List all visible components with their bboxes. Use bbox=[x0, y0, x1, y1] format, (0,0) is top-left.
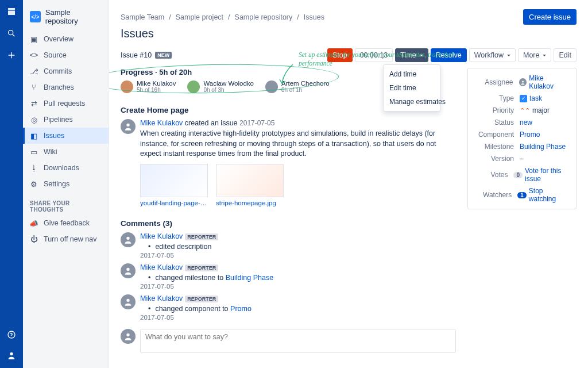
attachment[interactable]: stripe-homepage.jpg bbox=[216, 164, 284, 206]
profile-icon[interactable] bbox=[6, 350, 17, 361]
attachment-thumbnail bbox=[216, 164, 284, 197]
avatar bbox=[121, 232, 136, 247]
comments-heading: Comments (3) bbox=[121, 219, 456, 228]
breadcrumb: Sample Team/ Sample project/ Sample repo… bbox=[121, 13, 324, 21]
avatar bbox=[121, 294, 136, 309]
avatar bbox=[265, 80, 278, 93]
sidebar-item-source[interactable]: <>Source bbox=[23, 47, 109, 63]
avatar bbox=[121, 80, 133, 93]
megaphone-icon: 📣 bbox=[30, 219, 38, 227]
sidebar-item-branches[interactable]: ⑂Branches bbox=[23, 79, 109, 95]
svg-point-8 bbox=[522, 80, 524, 82]
attachment[interactable]: youdif-landing-page-ale... bbox=[140, 164, 208, 206]
author-link[interactable]: Mike Kulakov bbox=[140, 263, 183, 271]
issue-created-activity: Mike Kulakov created an issue 2017-07-05… bbox=[121, 119, 456, 206]
crumb-issues[interactable]: Issues bbox=[304, 13, 324, 21]
avatar bbox=[187, 80, 200, 93]
milestone-link[interactable]: Building Phase bbox=[520, 143, 566, 151]
sidebar-item-turnoff[interactable]: ⏻Turn off new nav bbox=[23, 231, 109, 247]
version-value: – bbox=[520, 155, 524, 163]
watch-link[interactable]: 1Stop watching bbox=[517, 187, 569, 203]
create-icon[interactable] bbox=[6, 49, 17, 61]
time-menu-edit[interactable]: Edit time bbox=[384, 81, 440, 95]
create-issue-button[interactable]: Create issue bbox=[523, 9, 577, 25]
svg-point-5 bbox=[126, 267, 129, 270]
assignee-progress: Waclaw Wolodko0h of 3h bbox=[187, 80, 254, 93]
sidebar-item-wiki[interactable]: ▭Wiki bbox=[23, 144, 109, 160]
power-icon: ⏻ bbox=[30, 235, 38, 243]
user-icon bbox=[519, 78, 527, 86]
sidebar-item-overview[interactable]: ▣Overview bbox=[23, 31, 109, 47]
pr-icon: ⇄ bbox=[30, 99, 38, 108]
comment: Mike KulakovREPORTER edited description … bbox=[121, 232, 456, 259]
crumb-team[interactable]: Sample Team bbox=[121, 13, 164, 21]
crumb-repo[interactable]: Sample repository bbox=[235, 13, 293, 21]
crumb-project[interactable]: Sample project bbox=[176, 13, 223, 21]
overview-icon: ▣ bbox=[30, 35, 38, 43]
type-link[interactable]: ✓task bbox=[520, 94, 542, 102]
task-icon: ✓ bbox=[520, 95, 527, 102]
sidebar-item-issues[interactable]: ◧Issues bbox=[23, 128, 109, 144]
svg-point-2 bbox=[10, 352, 13, 355]
page-title: Issues bbox=[121, 27, 577, 40]
comment: Mike KulakovREPORTER changed component t… bbox=[121, 294, 456, 321]
edit-button[interactable]: Edit bbox=[554, 48, 577, 62]
settings-icon: ⚙ bbox=[30, 180, 38, 188]
component-link[interactable]: Promo bbox=[520, 131, 540, 139]
comment: Mike KulakovREPORTER changed milestone t… bbox=[121, 263, 456, 290]
avatar bbox=[121, 119, 136, 134]
repo-header[interactable]: </> Sample repository bbox=[23, 5, 109, 31]
repo-icon: </> bbox=[30, 11, 41, 22]
svg-point-0 bbox=[9, 30, 13, 35]
branches-icon: ⑂ bbox=[30, 83, 38, 91]
attachment-thumbnail bbox=[140, 164, 208, 197]
author-link[interactable]: Mike Kulakov bbox=[140, 294, 183, 302]
help-icon[interactable] bbox=[6, 329, 17, 340]
issue-meta-panel: AssigneeMike Kulakov Type✓task Priority⌃… bbox=[467, 68, 577, 209]
more-dropdown[interactable]: More bbox=[518, 48, 551, 62]
issues-icon: ◧ bbox=[30, 132, 38, 140]
wiki-icon: ▭ bbox=[30, 148, 38, 156]
status-value[interactable]: new bbox=[520, 118, 532, 126]
assignee-progress: Artem Chechoro0h of 1h bbox=[265, 80, 330, 93]
new-badge: NEW bbox=[155, 52, 172, 59]
avatar bbox=[121, 329, 136, 344]
svg-point-6 bbox=[126, 298, 129, 301]
repo-sidebar: </> Sample repository ▣Overview <>Source… bbox=[23, 0, 109, 368]
pipelines-icon: ◎ bbox=[30, 116, 38, 124]
sidebar-item-settings[interactable]: ⚙Settings bbox=[23, 176, 109, 192]
svg-point-3 bbox=[126, 124, 129, 126]
workflow-dropdown[interactable]: Workflow bbox=[469, 48, 516, 62]
sidebar-item-pipelines[interactable]: ◎Pipelines bbox=[23, 112, 109, 128]
sidebar-item-commits[interactable]: ⎇Commits bbox=[23, 63, 109, 79]
component-link[interactable]: Promo bbox=[230, 305, 252, 313]
issue-description: When creating interactive high-fidelity … bbox=[140, 129, 456, 159]
svg-point-7 bbox=[126, 333, 129, 336]
assignee-progress: Mike Kulakov5h of 16h bbox=[121, 80, 176, 93]
issue-number: Issue #10 bbox=[121, 51, 152, 59]
time-menu-manage[interactable]: Manage estimates bbox=[384, 95, 440, 109]
product-logo-icon[interactable] bbox=[6, 6, 17, 17]
sidebar-item-pullrequests[interactable]: ⇄Pull requests bbox=[23, 95, 109, 112]
source-icon: <> bbox=[30, 51, 38, 59]
milestone-link[interactable]: Building Phase bbox=[226, 274, 273, 282]
author-link[interactable]: Mike Kulakov bbox=[140, 232, 183, 240]
global-nav bbox=[0, 0, 23, 368]
assignee-link[interactable]: Mike Kulakov bbox=[519, 74, 569, 90]
priority-value[interactable]: ⌃⌃major bbox=[520, 106, 550, 114]
search-icon[interactable] bbox=[6, 28, 17, 39]
main-content: Sample Team/ Sample project/ Sample repo… bbox=[109, 0, 588, 368]
share-label: SHARE YOUR THOUGHTS bbox=[23, 192, 109, 215]
sidebar-item-downloads[interactable]: ⭳Downloads bbox=[23, 160, 109, 176]
svg-point-4 bbox=[126, 236, 129, 239]
avatar bbox=[121, 263, 136, 278]
annotation-arrow-icon bbox=[278, 63, 296, 86]
time-menu-add[interactable]: Add time bbox=[384, 67, 440, 81]
comment-composer bbox=[121, 329, 456, 353]
downloads-icon: ⭳ bbox=[30, 164, 38, 172]
time-menu: Add time Edit time Manage estimates bbox=[383, 64, 440, 112]
vote-link[interactable]: 0Vote for this issue bbox=[513, 167, 569, 183]
author-link[interactable]: Mike Kulakov bbox=[140, 119, 183, 127]
comment-input[interactable] bbox=[140, 329, 456, 353]
sidebar-item-feedback[interactable]: 📣Give feedback bbox=[23, 215, 109, 231]
